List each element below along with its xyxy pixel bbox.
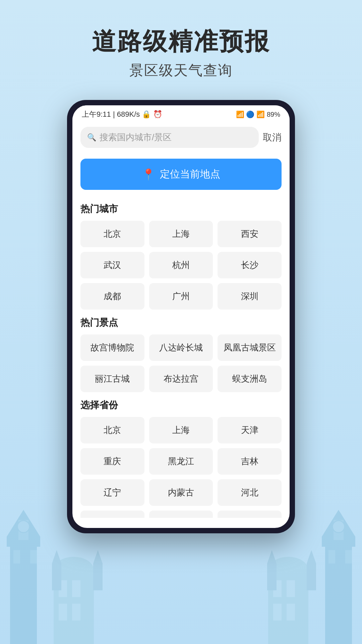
svg-rect-32 <box>307 564 316 590</box>
hot-city-item[interactable]: 武汉 <box>80 252 144 278</box>
svg-rect-10 <box>72 580 80 597</box>
hot-spots-title: 热门景点 <box>80 316 282 329</box>
hot-city-item[interactable]: 成都 <box>80 283 144 310</box>
hot-spot-item[interactable]: 蜈支洲岛 <box>218 366 282 392</box>
hot-city-item[interactable]: 西安 <box>218 221 282 247</box>
svg-rect-22 <box>328 550 335 564</box>
provinces-grid: 北京上海天津重庆黑龙江吉林辽宁内蒙古河北山西陕西山东新疆西藏青海 <box>80 417 282 518</box>
province-item[interactable]: 陕西 <box>149 511 213 518</box>
phone-mockup: 上午9:11 | 689K/s 🔒 ⏰ 📶 🔵 📶 89% 🔍 搜索国内城市/景… <box>67 100 295 533</box>
location-pin-icon: 📍 <box>142 168 155 181</box>
hot-spot-item[interactable]: 故宫博物院 <box>80 334 144 361</box>
province-item[interactable]: 北京 <box>80 417 144 443</box>
hot-spot-item[interactable]: 布达拉宫 <box>149 366 213 392</box>
province-item[interactable]: 内蒙古 <box>149 479 213 506</box>
svg-rect-23 <box>345 550 352 564</box>
provinces-title: 选择省份 <box>80 399 282 412</box>
hot-city-item[interactable]: 广州 <box>149 283 213 310</box>
province-item[interactable]: 山东 <box>218 511 282 518</box>
search-icon: 🔍 <box>87 133 96 142</box>
svg-rect-15 <box>93 564 103 590</box>
hot-city-item[interactable]: 杭州 <box>149 252 213 278</box>
province-item[interactable]: 上海 <box>149 417 213 443</box>
status-time: 上午9:11 | 689K/s 🔒 ⏰ <box>82 109 162 119</box>
svg-rect-30 <box>267 564 277 590</box>
svg-point-4 <box>17 521 29 533</box>
search-input[interactable]: 搜索国内城市/景区 <box>100 131 172 143</box>
svg-marker-16 <box>93 550 103 564</box>
svg-rect-5 <box>13 550 20 564</box>
status-icons: 📶 🔵 📶 89% <box>236 110 280 118</box>
hot-city-item[interactable]: 北京 <box>80 221 144 247</box>
hot-spots-grid: 故宫博物院八达岭长城凤凰古城景区丽江古城布达拉宫蜈支洲岛 <box>80 334 282 392</box>
svg-rect-12 <box>72 604 80 621</box>
hot-city-item[interactable]: 上海 <box>149 221 213 247</box>
sub-title: 景区级天气查询 <box>0 61 362 80</box>
main-title: 道路级精准预报 <box>0 27 362 56</box>
svg-rect-6 <box>30 550 37 564</box>
svg-rect-13 <box>52 564 61 590</box>
province-item[interactable]: 天津 <box>218 417 282 443</box>
province-item[interactable]: 河北 <box>218 479 282 506</box>
hot-spot-item[interactable]: 八达岭长城 <box>149 334 213 361</box>
cancel-button[interactable]: 取消 <box>263 128 282 147</box>
hot-spot-item[interactable]: 凤凰古城景区 <box>218 334 282 361</box>
svg-rect-29 <box>287 604 295 621</box>
location-button-label: 定位当前地点 <box>160 167 220 181</box>
svg-point-21 <box>333 521 345 533</box>
scroll-content: 热门城市 北京上海西安武汉杭州长沙成都广州深圳 热门景点 故宫博物院八达岭长城凤… <box>72 196 290 518</box>
hot-city-item[interactable]: 长沙 <box>218 252 282 278</box>
svg-rect-27 <box>287 580 295 597</box>
hot-cities-title: 热门城市 <box>80 203 282 215</box>
hot-spot-item[interactable]: 丽江古城 <box>80 366 144 392</box>
province-item[interactable]: 重庆 <box>80 448 144 475</box>
province-item[interactable]: 山西 <box>80 511 144 518</box>
hot-cities-grid: 北京上海西安武汉杭州长沙成都广州深圳 <box>80 221 282 310</box>
svg-marker-14 <box>52 550 61 564</box>
search-area: 🔍 搜索国内城市/景区 取消 <box>72 122 290 153</box>
phone-screen: 上午9:11 | 689K/s 🔒 ⏰ 📶 🔵 📶 89% 🔍 搜索国内城市/景… <box>72 105 290 528</box>
svg-marker-33 <box>307 550 316 564</box>
header-area: 道路级精准预报 景区级天气查询 <box>0 0 362 80</box>
svg-rect-11 <box>59 604 67 621</box>
search-box[interactable]: 🔍 搜索国内城市/景区 <box>80 127 259 148</box>
hot-city-item[interactable]: 深圳 <box>218 283 282 310</box>
location-button[interactable]: 📍 定位当前地点 <box>80 159 282 190</box>
svg-rect-28 <box>273 604 282 621</box>
status-bar: 上午9:11 | 689K/s 🔒 ⏰ 📶 🔵 📶 89% <box>72 105 290 122</box>
battery-indicator: 89% <box>267 111 280 118</box>
svg-marker-31 <box>267 550 277 564</box>
province-item[interactable]: 吉林 <box>218 448 282 475</box>
province-item[interactable]: 辽宁 <box>80 479 144 506</box>
province-item[interactable]: 黑龙江 <box>149 448 213 475</box>
